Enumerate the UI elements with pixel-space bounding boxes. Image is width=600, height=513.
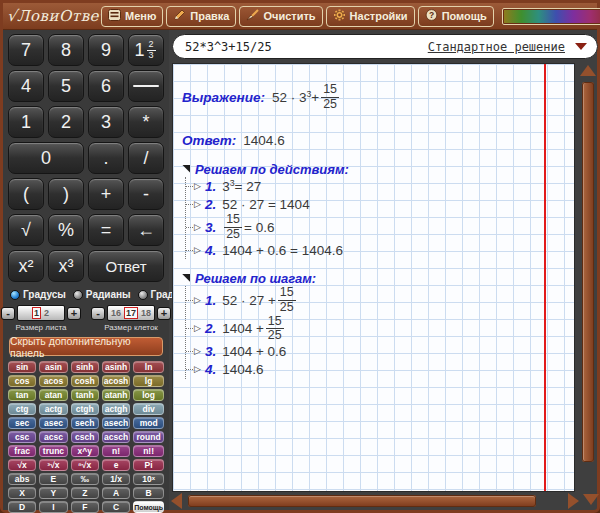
fn-button-asin[interactable]: asin	[39, 361, 67, 373]
fn-button-mod[interactable]: mod	[133, 417, 164, 429]
increase-button[interactable]: +	[67, 307, 81, 320]
key-2[interactable]: 2	[48, 106, 84, 138]
key-[interactable]: +	[88, 178, 124, 210]
key-[interactable]: ←	[128, 214, 164, 246]
menu-button-меню[interactable]: Меню	[101, 6, 163, 27]
horizontal-scrollbar[interactable]	[171, 492, 579, 509]
fn-button-log[interactable]: log	[133, 389, 164, 401]
key-[interactable]: /	[128, 142, 164, 174]
fn-button-1x[interactable]: 1/x	[102, 473, 130, 485]
fn-button-ctg[interactable]: ctg	[8, 403, 36, 415]
fn-button-frac[interactable]: frac	[8, 445, 36, 457]
fn-button-x[interactable]: ⁿ√x	[71, 459, 99, 471]
fn-button-acsc[interactable]: acsc	[39, 431, 67, 443]
fn-button-[interactable]: ‰	[71, 473, 99, 485]
fn-button-sinh[interactable]: sinh	[71, 361, 99, 373]
collapse-triangle-icon[interactable]	[182, 165, 190, 173]
scroll-up-icon[interactable]	[580, 65, 596, 76]
fn-button-csc[interactable]: csc	[8, 431, 36, 443]
key-[interactable]: %	[48, 214, 84, 246]
fn-button-asinh[interactable]: asinh	[102, 361, 130, 373]
fn-button-I[interactable]: I	[39, 501, 67, 513]
decrease-button[interactable]: -	[1, 307, 15, 320]
fn-button-e[interactable]: e	[102, 459, 130, 471]
key-x[interactable]: x²	[8, 250, 44, 282]
fn-button-trunc[interactable]: trunc	[39, 445, 67, 457]
fn-button-lg[interactable]: lg	[133, 375, 164, 387]
fn-button-asech[interactable]: asech	[102, 417, 130, 429]
fn-button-x[interactable]: ³√x	[39, 459, 67, 471]
key-8[interactable]: 8	[48, 34, 84, 66]
decrease-button[interactable]: -	[91, 307, 105, 320]
step-triangle-icon[interactable]: ▷	[194, 223, 201, 232]
key-[interactable]: *	[128, 106, 164, 138]
fn-button-E[interactable]: E	[39, 473, 67, 485]
key-[interactable]	[128, 70, 164, 102]
key-[interactable]: .	[88, 142, 124, 174]
scroll-down-icon[interactable]	[583, 494, 599, 505]
fn-button-ln[interactable]: ln	[133, 361, 164, 373]
fn-button-tan[interactable]: tan	[8, 389, 36, 401]
fn-button-10x[interactable]: 10x	[133, 473, 164, 485]
angle-mode-градусы[interactable]: Градусы	[10, 289, 66, 300]
fn-button-cosh[interactable]: cosh	[71, 375, 99, 387]
fn-button-div[interactable]: div	[133, 403, 164, 415]
fn-button-Y[interactable]: Y	[39, 487, 67, 499]
key-6[interactable]: 6	[88, 70, 124, 102]
fn-button-asec[interactable]: asec	[39, 417, 67, 429]
color-gradient-strip[interactable]	[502, 8, 600, 25]
key-[interactable]: =	[88, 214, 124, 246]
menu-button-очистить[interactable]: Очистить	[239, 6, 322, 27]
step-triangle-icon[interactable]: ▷	[194, 347, 201, 356]
fn-button-actgh[interactable]: actgh	[102, 403, 130, 415]
key-[interactable]: (	[8, 178, 44, 210]
fn-button-abs[interactable]: abs	[8, 473, 36, 485]
fn-button-F[interactable]: F	[71, 501, 99, 513]
scroll-left-icon[interactable]	[171, 493, 182, 509]
angle-mode-радианы[interactable]: Радианы	[73, 289, 131, 300]
hide-panel-button[interactable]: Скрыть дополнительную панель	[9, 337, 163, 356]
fn-button-C[interactable]: C	[102, 501, 130, 513]
fn-button-A[interactable]: A	[102, 487, 130, 499]
key-4[interactable]: 4	[8, 70, 44, 102]
key-3[interactable]: 3	[88, 106, 124, 138]
fn-button-sech[interactable]: sech	[71, 417, 99, 429]
key-[interactable]: -	[128, 178, 164, 210]
horizontal-scroll-thumb[interactable]	[188, 495, 536, 507]
step-triangle-icon[interactable]: ▷	[194, 200, 201, 209]
solution-mode-dropdown[interactable]: Стандартное решение	[428, 40, 587, 54]
fn-button-tanh[interactable]: tanh	[71, 389, 99, 401]
scroll-right-icon[interactable]	[568, 493, 579, 509]
collapse-triangle-icon[interactable]	[182, 274, 190, 282]
menu-button-помощь[interactable]: ?Помощь	[418, 6, 494, 27]
key-123[interactable]: 123	[128, 34, 164, 66]
key-0[interactable]: 0	[8, 142, 84, 174]
fn-button-sec[interactable]: sec	[8, 417, 36, 429]
fn-button-B[interactable]: B	[133, 487, 164, 499]
fn-button-n[interactable]: n!	[102, 445, 130, 457]
key-5[interactable]: 5	[48, 70, 84, 102]
fn-button-acosh[interactable]: acosh	[102, 375, 130, 387]
fn-button-X[interactable]: X	[8, 487, 36, 499]
fn-button-sin[interactable]: sin	[8, 361, 36, 373]
fn-button-actg[interactable]: actg	[39, 403, 67, 415]
step-triangle-icon[interactable]: ▷	[194, 246, 201, 255]
fn-button-acsch[interactable]: acsch	[102, 431, 130, 443]
fn-button-atanh[interactable]: atanh	[102, 389, 130, 401]
fn-button-Pi[interactable]: Pi	[133, 459, 164, 471]
fn-button-Z[interactable]: Z	[71, 487, 99, 499]
fn-button-acos[interactable]: acos	[39, 375, 67, 387]
fn-button-round[interactable]: round	[133, 431, 164, 443]
fn-button-xy[interactable]: x^y	[71, 445, 99, 457]
step-triangle-icon[interactable]: ▷	[194, 365, 201, 374]
fn-button-x[interactable]: √x	[8, 459, 36, 471]
fn-button-csch[interactable]: csch	[71, 431, 99, 443]
menu-button-настройки[interactable]: Настройки	[326, 6, 415, 27]
step-triangle-icon[interactable]: ▷	[194, 182, 201, 191]
key-[interactable]: √	[8, 214, 44, 246]
fn-button-cos[interactable]: cos	[8, 375, 36, 387]
radio-icon[interactable]	[73, 290, 83, 300]
key-Ответ[interactable]: Ответ	[88, 250, 164, 282]
step-triangle-icon[interactable]: ▷	[194, 296, 201, 305]
key-[interactable]: )	[48, 178, 84, 210]
